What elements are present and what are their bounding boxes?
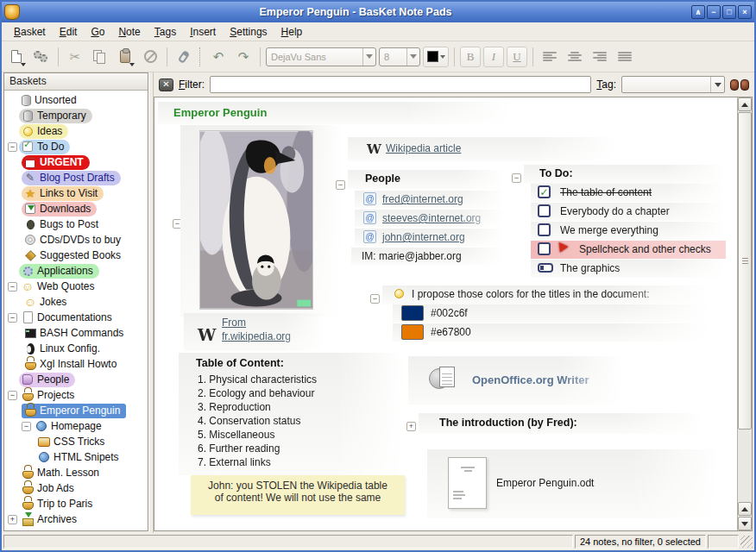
filter-input[interactable] (210, 76, 591, 93)
basket-canvas[interactable]: Emperor Penguin − (154, 97, 753, 531)
checkbox-unchecked[interactable] (538, 204, 551, 217)
im-note[interactable]: IM: marie@jabber.org (351, 248, 505, 265)
binoculars-icon[interactable] (730, 78, 749, 91)
todo-item[interactable]: Everybody do a chapter (531, 203, 726, 221)
menu-settings[interactable]: Settings (223, 23, 274, 41)
sidebar-item-web-quotes[interactable]: −☺Web Quotes (4, 279, 148, 294)
expand-toggle[interactable]: + (8, 515, 17, 524)
sidebar-item-unsorted[interactable]: Unsorted (4, 92, 148, 108)
checkbox-unchecked[interactable] (538, 223, 551, 236)
sidebar-item-job-ads[interactable]: Job Ads (4, 480, 148, 496)
email-note[interactable]: @ steeves@internet.org (355, 210, 505, 227)
chevron-down-icon[interactable] (406, 48, 419, 66)
undo-button[interactable]: ↶ (207, 46, 230, 68)
scrollbar-thumb[interactable] (738, 112, 752, 430)
progress-tag-icon[interactable] (538, 263, 553, 273)
introduction-note[interactable]: The introduction (by Fred): (419, 413, 703, 434)
sidebar-item-linux-config[interactable]: Linux Config. (4, 341, 148, 356)
menu-edit[interactable]: Edit (53, 23, 85, 41)
sidebar-item-temporary[interactable]: Temporary (4, 108, 148, 123)
titlebar[interactable]: Emperor Penguin - BasKet Note Pads ∧ − □… (2, 2, 754, 22)
expand-toggle[interactable]: + (406, 422, 416, 431)
sidebar-item-todo[interactable]: −To Do (4, 139, 148, 154)
run-button[interactable] (30, 46, 53, 68)
email-link-steeves[interactable]: steeves@internet.org (382, 212, 481, 224)
collapse-toggle[interactable]: − (8, 313, 17, 323)
launcher-label[interactable]: OpenOffice.org Writer (472, 373, 589, 386)
collapse-toggle[interactable]: − (370, 294, 380, 304)
menu-help[interactable]: Help (274, 23, 310, 41)
collapse-toggle[interactable]: − (8, 282, 17, 292)
sidebar-item-html-snipets[interactable]: HTML Snipets (4, 449, 148, 465)
sidebar-item-downloads[interactable]: Downloads (4, 201, 148, 216)
sidebar-item-bash-commands[interactable]: BASH Commands (4, 325, 148, 341)
sidebar-item-homepage[interactable]: −Homepage (4, 418, 148, 434)
sidebar-item-applications[interactable]: Applications (4, 263, 148, 279)
chevron-down-icon[interactable] (710, 77, 724, 92)
wikipedia-article-link[interactable]: Wikipedia article (386, 142, 461, 154)
collapse-toggle[interactable]: − (22, 422, 31, 431)
email-note[interactable]: @ fred@internet.org (355, 191, 505, 208)
font-family-combo[interactable]: DejaVu Sans (266, 47, 376, 66)
menu-note[interactable]: Note (111, 23, 147, 41)
sidebar-item-css-tricks[interactable]: CSS Tricks (4, 434, 148, 449)
sidebar-item-emperor-penguin[interactable]: Emperor Penguin (4, 403, 148, 418)
color-swatch-note[interactable]: #e67800 (393, 323, 710, 342)
menu-tags[interactable]: Tags (148, 23, 183, 41)
menu-basket[interactable]: Basket (7, 23, 53, 41)
text-color-button[interactable] (423, 47, 449, 67)
new-note-button[interactable] (5, 46, 28, 68)
sidebar-item-bugs-to-post[interactable]: Bugs to Post (4, 216, 148, 232)
collapse-toggle[interactable]: − (8, 391, 17, 400)
email-link-fred[interactable]: fred@internet.org (382, 193, 463, 205)
sidebar-item-blog-post-drafts[interactable]: ✎Blog Post Drafts (4, 170, 148, 185)
sidebar-item-cds-dvds[interactable]: CDs/DVDs to buy (4, 232, 148, 248)
redo-button[interactable]: ↷ (232, 46, 255, 68)
attach-button[interactable] (173, 46, 195, 68)
sidebar-item-urgent[interactable]: URGENT (4, 154, 148, 170)
image-source-note[interactable]: W From fr.wikipedia.org (184, 313, 325, 351)
sidebar-item-projects[interactable]: −Projects (4, 387, 148, 403)
todo-item-highlighted[interactable]: Spellcheck and other checks (531, 241, 726, 259)
todo-item[interactable]: We merge everything (531, 222, 726, 240)
sidebar-item-archives[interactable]: +Archives (4, 511, 148, 527)
email-note[interactable]: @ john@internet.org (355, 229, 505, 246)
emperor-penguin-photo[interactable] (199, 130, 313, 310)
chevron-down-icon[interactable] (362, 48, 375, 66)
scroll-up-button[interactable] (738, 502, 752, 516)
paste-button[interactable] (114, 46, 136, 68)
sidebar-item-ideas[interactable]: Ideas (4, 123, 148, 139)
tag-combo[interactable] (621, 76, 725, 93)
collapse-toggle[interactable]: − (336, 180, 345, 190)
color-swatch-orange[interactable] (401, 324, 424, 340)
collapse-toggle[interactable]: − (8, 142, 17, 152)
sidebar-item-documentations[interactable]: −Documentations (4, 310, 148, 325)
menu-insert[interactable]: Insert (183, 23, 223, 41)
sidebar-item-jokes[interactable]: ☺Jokes (4, 294, 148, 310)
clear-filter-icon[interactable]: ✕ (159, 78, 173, 91)
scroll-down-button[interactable] (738, 517, 752, 530)
sidebar-item-links-to-visit[interactable]: ★Links to Visit (4, 185, 148, 201)
sticky-note[interactable]: John: you STOLEN the Wikipedia table of … (191, 475, 405, 515)
collapse-toggle[interactable]: − (512, 173, 521, 183)
shade-button[interactable]: ∧ (691, 5, 705, 19)
checkbox-unchecked[interactable] (538, 242, 551, 255)
color-swatch-note[interactable]: #002c6f (393, 304, 710, 323)
todo-item[interactable]: The table of content (531, 184, 726, 202)
sidebar-item-trip-to-paris[interactable]: Trip to Paris (4, 496, 148, 511)
sidebar-item-suggested-books[interactable]: Suggested Books (4, 248, 148, 263)
scroll-up-button[interactable] (738, 97, 752, 111)
image-source-link-line2[interactable]: fr.wikipedia.org (222, 330, 291, 342)
file-note[interactable]: Emperor Penguin.odt (427, 449, 719, 518)
checkbox-checked[interactable] (538, 185, 551, 198)
title-note[interactable]: Emperor Penguin (158, 102, 512, 124)
wikipedia-note[interactable]: W Wikipedia article (348, 137, 617, 161)
color-proposal-note[interactable]: I propose those colors for the titles in… (382, 285, 710, 304)
sidebar-item-math-lesson[interactable]: Math. Lesson (4, 465, 148, 480)
color-swatch-blue[interactable] (401, 305, 424, 321)
image-source-link-line1[interactable]: From (222, 317, 246, 329)
vertical-scrollbar[interactable] (737, 97, 752, 530)
todo-item[interactable]: The graphics (531, 260, 726, 278)
sidebar-item-people[interactable]: People (4, 372, 148, 387)
sidebar-item-xgl-install-howto[interactable]: Xgl Install Howto (4, 356, 148, 372)
